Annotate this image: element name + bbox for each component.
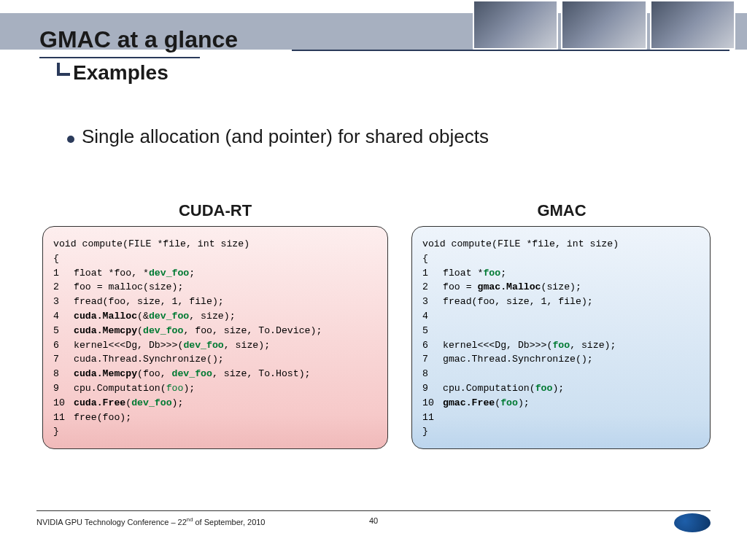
code-gmac: void compute(FILE *file, int size) { 1fl… — [411, 226, 711, 449]
footer-divider — [36, 510, 711, 511]
title-underline-2 — [292, 50, 729, 51]
heading-cuda: CUDA-RT — [44, 201, 387, 220]
footer-page: 40 — [0, 516, 747, 525]
footer-logo — [674, 513, 711, 532]
bullet-text: Single allocation (and pointer) for shar… — [82, 125, 489, 148]
code-line: void compute(FILE *file, int size) — [53, 238, 249, 249]
subtitle: Examples — [73, 61, 169, 85]
code-cuda: void compute(FILE *file, int size) { 1fl… — [42, 226, 388, 449]
header-images — [473, 0, 735, 50]
page-title: GMAC at a glance — [39, 26, 238, 53]
bullet-icon — [67, 136, 74, 143]
heading-gmac: GMAC — [409, 201, 715, 220]
bracket-icon — [57, 63, 70, 76]
title-underline — [39, 57, 200, 58]
code-line: void compute(FILE *file, int size) — [422, 238, 619, 249]
